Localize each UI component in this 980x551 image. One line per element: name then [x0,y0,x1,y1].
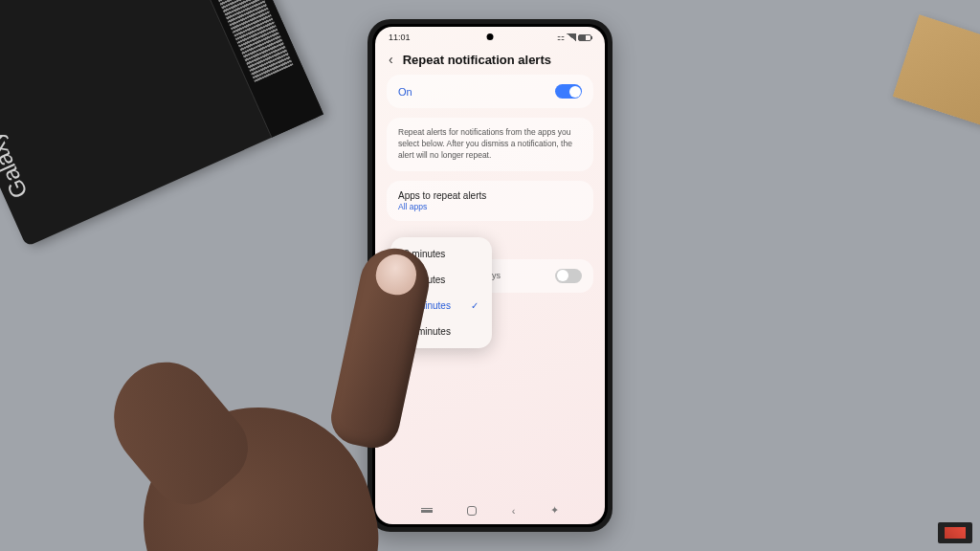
battery-icon [578,34,591,41]
apps-title: Apps to repeat alerts [398,190,582,201]
wood-block [893,14,980,129]
phone-frame: 11:01 ⚏ ‹ Repeat notification alerts On … [368,19,612,532]
interval-option-10min[interactable]: 10 minutes ✓ [390,293,492,319]
watermark [938,522,972,543]
phone-screen: 11:01 ⚏ ‹ Repeat notification alerts On … [375,27,605,524]
nav-home[interactable] [467,506,477,516]
barcode [192,0,293,82]
option-label: 3 minutes [404,249,445,259]
nav-assistant[interactable]: ✦ [550,504,559,517]
product-box-label: Galaxy S25 Ultra [0,40,33,203]
thumb [91,342,264,520]
description-text: Repeat alerts for notifications from the… [398,127,582,162]
palm [118,382,399,551]
interval-dropdown: 3 minutes 5 minutes 10 minutes ✓ 15 minu… [390,237,492,348]
product-box: Galaxy S25 Ultra [0,0,323,247]
signal-icon [567,33,576,41]
nav-back[interactable]: ‹ [512,505,516,517]
sound-toggle[interactable] [555,269,582,283]
option-label: 5 minutes [404,275,445,285]
interval-option-3min[interactable]: 3 minutes [390,241,492,267]
page-title: Repeat notification alerts [403,53,551,67]
phone-bezel: 11:01 ⚏ ‹ Repeat notification alerts On … [372,24,608,527]
back-icon[interactable]: ‹ [389,52,393,67]
check-icon: ✓ [471,300,479,311]
master-toggle[interactable] [555,84,582,99]
watermark-logo [945,527,966,539]
interval-option-5min[interactable]: 5 minutes [390,267,492,293]
interval-option-15min[interactable]: 15 minutes [390,319,492,344]
master-toggle-card: On [387,75,593,108]
apps-subtitle: All apps [398,202,582,211]
master-toggle-label: On [398,86,412,98]
option-label: 10 minutes [404,300,451,311]
wifi-icon: ⚏ [557,33,565,42]
nav-recents[interactable] [421,508,433,513]
apps-card[interactable]: Apps to repeat alerts All apps [387,181,593,221]
description-card: Repeat alerts for notifications from the… [387,118,593,171]
status-icons: ⚏ [557,33,591,42]
box-side [170,0,324,138]
front-camera [487,33,494,40]
page-header: ‹ Repeat notification alerts [375,44,605,75]
status-time: 11:01 [389,33,411,42]
option-label: 15 minutes [404,326,451,337]
nav-bar: ‹ ✦ [375,496,605,524]
